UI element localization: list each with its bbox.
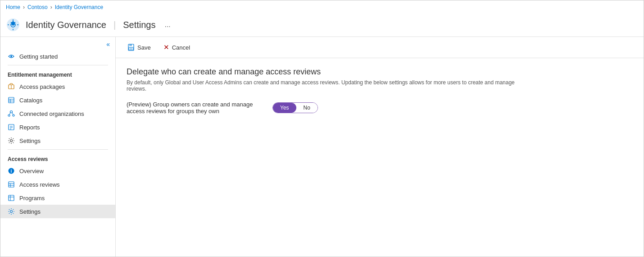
group-owners-toggle[interactable]: Yes No	[272, 102, 318, 113]
sidebar-item-access-reviews[interactable]: Access reviews	[0, 178, 115, 191]
sidebar-divider-1	[8, 65, 108, 65]
content-title: Delegate who can create and manage acces…	[127, 67, 633, 77]
sidebar-item-connected-organizations[interactable]: Connected organizations	[0, 107, 115, 120]
svg-point-23	[10, 140, 13, 142]
svg-text:i: i	[11, 169, 12, 174]
cancel-button[interactable]: ✕ Cancel	[161, 41, 193, 53]
breadcrumb-identity-governance[interactable]: Identity Governance	[55, 4, 103, 10]
sidebar-item-programs[interactable]: Programs	[0, 191, 115, 205]
svg-point-15	[8, 115, 10, 116]
save-label: Save	[137, 44, 151, 51]
ar-settings-label: Settings	[19, 208, 41, 215]
svg-line-17	[9, 113, 10, 115]
sidebar-item-catalogs[interactable]: Catalogs	[0, 93, 115, 107]
identity-governance-icon	[6, 18, 20, 32]
connected-organizations-icon	[8, 110, 15, 117]
sidebar-item-getting-started[interactable]: Getting started	[0, 50, 115, 63]
sidebar: « Getting started Entitlement management	[0, 37, 116, 257]
sidebar-item-ar-settings[interactable]: Settings	[0, 205, 115, 218]
access-reviews-icon	[8, 181, 15, 188]
sidebar-collapse-button[interactable]: «	[0, 37, 115, 50]
header-separator: |	[113, 20, 116, 30]
svg-point-16	[13, 115, 14, 116]
content-description: By default, only Global and User Access …	[127, 79, 532, 92]
svg-point-33	[10, 211, 13, 213]
cancel-icon: ✕	[163, 43, 169, 51]
sidebar-item-access-packages[interactable]: Access packages	[0, 80, 115, 93]
overview-label: Overview	[19, 168, 44, 174]
getting-started-icon	[8, 53, 15, 60]
more-options-button[interactable]: ...	[164, 21, 170, 29]
reports-label: Reports	[19, 124, 40, 131]
toggle-yes-button[interactable]: Yes	[273, 103, 296, 113]
save-icon	[127, 44, 135, 51]
breadcrumb-home[interactable]: Home	[6, 4, 20, 10]
catalogs-icon	[8, 96, 15, 104]
cancel-label: Cancel	[172, 44, 190, 51]
access-packages-label: Access packages	[19, 83, 65, 90]
programs-label: Programs	[19, 195, 45, 202]
connected-organizations-label: Connected organizations	[19, 110, 84, 117]
breadcrumb: Home › Contoso › Identity Governance	[0, 0, 644, 14]
access-reviews-label: Access reviews	[19, 181, 60, 188]
page-section: Settings	[123, 20, 155, 30]
svg-rect-10	[9, 97, 14, 103]
entitlement-settings-label: Settings	[19, 138, 41, 144]
svg-point-2	[12, 24, 14, 26]
svg-point-7	[10, 55, 12, 57]
main-content: Save ✕ Cancel Delegate who can create an…	[116, 37, 644, 257]
programs-icon	[8, 194, 15, 202]
sidebar-divider-2	[8, 149, 108, 150]
svg-rect-26	[9, 182, 14, 187]
svg-line-18	[12, 113, 13, 115]
group-owners-label: (Preview) Group owners can create and ma…	[127, 101, 262, 115]
content-body: Delegate who can create and manage acces…	[116, 58, 644, 129]
breadcrumb-contoso[interactable]: Contoso	[27, 4, 48, 10]
setting-row-group-owners: (Preview) Group owners can create and ma…	[127, 101, 633, 115]
catalogs-label: Catalogs	[19, 97, 42, 104]
overview-icon: i	[8, 167, 15, 174]
page-header: Identity Governance | Settings ...	[0, 14, 644, 37]
sidebar-item-overview[interactable]: i Overview	[0, 164, 115, 178]
page-title: Identity Governance	[26, 20, 106, 30]
entitlement-settings-icon	[8, 137, 15, 144]
svg-rect-30	[9, 195, 14, 201]
svg-rect-35	[129, 44, 132, 46]
sidebar-item-reports[interactable]: Reports	[0, 120, 115, 134]
save-button[interactable]: Save	[125, 42, 154, 53]
entitlement-management-label: Entitlement management	[0, 67, 115, 80]
sidebar-item-entitlement-settings[interactable]: Settings	[0, 134, 115, 147]
getting-started-label: Getting started	[19, 53, 58, 60]
reports-icon	[8, 124, 15, 131]
toolbar: Save ✕ Cancel	[116, 37, 644, 58]
toggle-no-button[interactable]: No	[296, 103, 317, 113]
access-reviews-section-label: Access reviews	[0, 151, 115, 164]
ar-settings-icon	[8, 208, 15, 215]
access-packages-icon	[8, 83, 15, 90]
svg-rect-37	[130, 48, 132, 50]
